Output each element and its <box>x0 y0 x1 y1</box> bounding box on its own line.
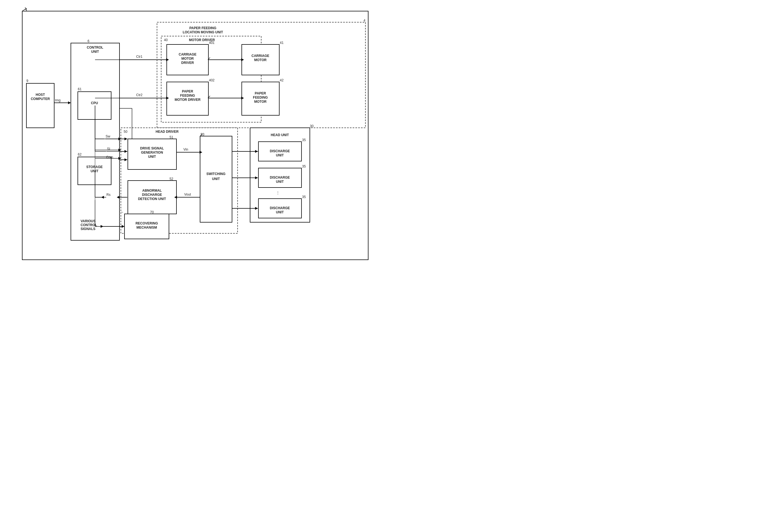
svg-text:LOCATION MOVING UNIT: LOCATION MOVING UNIT <box>183 30 223 34</box>
svg-text:STORAGE: STORAGE <box>86 165 103 169</box>
svg-text:~: ~ <box>121 210 123 214</box>
svg-text:FEEDING: FEEDING <box>253 96 268 99</box>
svg-text:VARIOUS: VARIOUS <box>81 219 96 223</box>
svg-text:UNIT: UNIT <box>91 169 99 173</box>
svg-text:SIGNALS: SIGNALS <box>81 227 95 231</box>
svg-text:30: 30 <box>310 124 314 128</box>
svg-text:DISCHARGE: DISCHARGE <box>270 149 290 153</box>
svg-text:UNIT: UNIT <box>212 177 220 181</box>
svg-text:Com: Com <box>106 155 113 159</box>
svg-text:41: 41 <box>280 41 284 45</box>
svg-text:40: 40 <box>164 38 168 42</box>
svg-text:HOST: HOST <box>36 93 45 97</box>
svg-text:DRIVER: DRIVER <box>181 61 194 65</box>
svg-text:Ctr2: Ctr2 <box>136 93 143 97</box>
svg-rect-13 <box>78 92 111 119</box>
svg-text:PAPER: PAPER <box>182 89 193 93</box>
svg-text:CPU: CPU <box>91 101 98 105</box>
svg-text:50: 50 <box>124 130 128 134</box>
svg-text:Sw: Sw <box>106 134 110 138</box>
svg-text:PAPER FEEDING: PAPER FEEDING <box>189 26 216 30</box>
svg-text:MOTOR: MOTOR <box>254 100 267 104</box>
svg-text:Vin: Vin <box>183 148 188 151</box>
svg-text:9: 9 <box>26 79 28 83</box>
svg-text:CARRIAGE: CARRIAGE <box>251 54 269 58</box>
svg-text:401: 401 <box>209 41 215 45</box>
svg-text:70: 70 <box>150 210 154 214</box>
svg-text:PAPER: PAPER <box>255 91 266 95</box>
svg-text:35: 35 <box>302 138 306 142</box>
svg-text:DRIVE SIGNAL: DRIVE SIGNAL <box>140 146 164 150</box>
svg-text:35: 35 <box>302 164 306 168</box>
svg-text:HEAD UNIT: HEAD UNIT <box>271 133 289 137</box>
svg-text:UNIT: UNIT <box>148 155 156 159</box>
svg-text:SWITCHING: SWITCHING <box>206 172 226 176</box>
svg-text:4: 4 <box>363 19 365 23</box>
svg-text:35: 35 <box>302 195 306 199</box>
svg-text:UNIT: UNIT <box>276 153 284 157</box>
svg-text:UNIT: UNIT <box>276 180 284 184</box>
svg-text:61: 61 <box>78 87 82 91</box>
svg-text:DISCHARGE: DISCHARGE <box>270 176 290 179</box>
svg-text:ABNORMAL: ABNORMAL <box>142 189 162 193</box>
svg-text:MECHANISM: MECHANISM <box>136 226 157 229</box>
svg-text:UNIT: UNIT <box>91 50 99 54</box>
svg-text:⋮: ⋮ <box>276 191 280 195</box>
svg-text:62: 62 <box>78 153 82 156</box>
svg-text:GENERATION: GENERATION <box>141 151 163 154</box>
svg-text:CONTROL: CONTROL <box>81 223 97 227</box>
svg-text:HEAD DRIVER: HEAD DRIVER <box>156 130 179 134</box>
svg-text:53: 53 <box>201 133 205 136</box>
svg-text:DETECTION UNIT: DETECTION UNIT <box>138 197 166 201</box>
svg-text:DISCHARGE: DISCHARGE <box>142 193 162 197</box>
svg-rect-2 <box>26 83 54 128</box>
diagram-container: 1 HOST COMPUTER 9 Img CONTROL UNIT 6 CPU… <box>0 0 375 267</box>
svg-text:SI: SI <box>107 147 110 151</box>
svg-text:DISCHARGE: DISCHARGE <box>270 206 290 210</box>
svg-text:MOTOR: MOTOR <box>254 58 267 62</box>
svg-text:UNIT: UNIT <box>276 210 284 214</box>
svg-text:MOTOR DRIVER: MOTOR DRIVER <box>175 98 200 102</box>
svg-text:CARRIAGE: CARRIAGE <box>179 53 196 56</box>
svg-text:Rs: Rs <box>106 193 111 197</box>
svg-text:51: 51 <box>170 135 173 139</box>
svg-text:Vout: Vout <box>184 193 191 196</box>
svg-text:52: 52 <box>170 177 173 181</box>
svg-text:FEEDING: FEEDING <box>180 94 195 98</box>
svg-text:CONTROL: CONTROL <box>87 46 103 49</box>
svg-text:COMPUTER: COMPUTER <box>31 97 50 101</box>
svg-text:Ctr1: Ctr1 <box>136 55 143 59</box>
svg-text:Img: Img <box>55 98 61 102</box>
svg-text:6: 6 <box>88 39 89 43</box>
svg-text:MOTOR: MOTOR <box>181 57 194 61</box>
svg-text:42: 42 <box>280 78 284 82</box>
svg-text:RECOVERING: RECOVERING <box>136 221 158 225</box>
svg-text:402: 402 <box>209 78 215 82</box>
